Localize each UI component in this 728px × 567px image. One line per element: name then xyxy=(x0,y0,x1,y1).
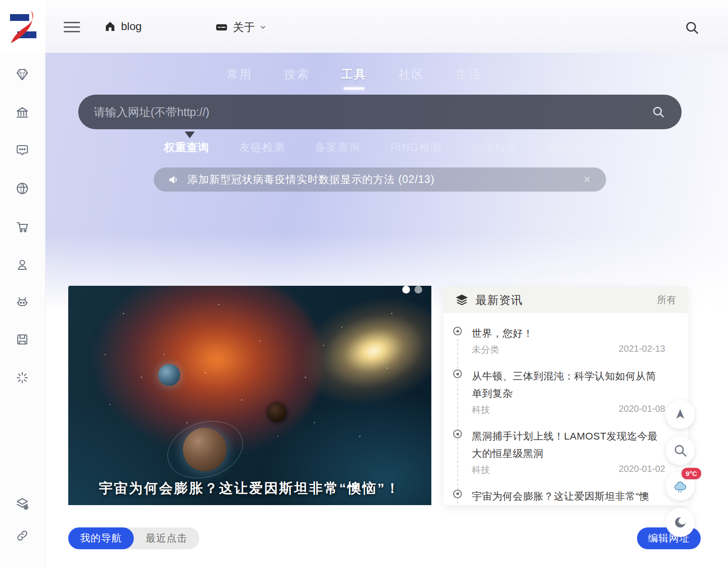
carousel-dot[interactable] xyxy=(415,286,422,294)
news-item-title[interactable]: 宇宙为何会膨胀？这让爱因斯坦非常“懊恼”！ xyxy=(472,488,665,505)
news-item[interactable]: 世界，您好！ 未分类 2021-02-13 xyxy=(452,325,665,356)
search-fab[interactable] xyxy=(666,436,695,465)
news-all-link[interactable]: 所有 xyxy=(657,294,676,306)
subtab-weight-query[interactable]: 权重查询 xyxy=(164,140,209,155)
news-item-title[interactable]: 黑洞捕手计划上线！LAMOST发现迄今最大的恒星级黑洞 xyxy=(472,428,665,462)
tab-changyong[interactable]: 常用 xyxy=(227,66,252,90)
news-item-date: 2021-02-13 xyxy=(619,344,665,356)
cart-icon[interactable] xyxy=(15,220,30,234)
site-logo[interactable] xyxy=(0,0,46,53)
home-icon xyxy=(104,20,116,33)
menu-toggle-icon[interactable] xyxy=(64,22,80,34)
news-item[interactable]: 从牛顿、三体到混沌：科学认知如何从简单到复杂 科技 2020-01-08 xyxy=(452,368,665,416)
header-search-icon[interactable] xyxy=(684,20,700,35)
news-list: 世界，您好！ 未分类 2021-02-13 从牛顿、三体到混沌：科学认知如何从简… xyxy=(444,313,688,505)
news-item-meta: 未分类 2021-02-13 xyxy=(472,344,665,356)
gem-icon[interactable] xyxy=(15,68,30,82)
message-icon xyxy=(215,20,228,34)
link-icon[interactable] xyxy=(15,529,30,543)
logo-z-icon xyxy=(6,9,39,44)
spinner-icon[interactable] xyxy=(15,371,30,385)
news-item-title[interactable]: 世界，您好！ xyxy=(472,325,665,342)
announcement-text[interactable]: 添加新型冠状病毒疫情实时数据显示的方法 (02/13) xyxy=(187,172,582,187)
carousel-dots xyxy=(402,286,422,294)
close-icon[interactable]: × xyxy=(582,172,592,187)
bottom-segment-control: 我的导航 最近点击 xyxy=(68,527,199,549)
recent-clicks-button[interactable]: 最近点击 xyxy=(134,532,199,545)
news-item-category[interactable]: 未分类 xyxy=(472,344,499,356)
nav-about-label: 关于 xyxy=(233,20,255,35)
navigation-arrow-icon xyxy=(673,407,688,422)
subtab-icp-query[interactable]: 备案查询 xyxy=(315,140,360,155)
subtab-speed-test[interactable]: 网站测速 xyxy=(547,140,593,155)
my-nav-button[interactable]: 我的导航 xyxy=(68,527,134,549)
subtab-ping-check[interactable]: PING检测 xyxy=(390,140,442,155)
weather-cloud-icon xyxy=(673,479,688,493)
tool-subtabs: 权重查询 友链检测 备案查询 PING检测 收录检测 网站测速 xyxy=(164,140,593,155)
layers-icon xyxy=(455,294,468,306)
news-item[interactable]: 黑洞捕手计划上线！LAMOST发现迄今最大的恒星级黑洞 科技 2020-01-0… xyxy=(452,428,665,476)
subtab-friendlink-check[interactable]: 友链检测 xyxy=(239,140,285,155)
chevron-down-icon xyxy=(259,24,267,31)
category-tabs: 常用 搜索 工具 社区 生活 xyxy=(227,66,481,90)
news-header: 最新资讯 所有 xyxy=(444,287,688,313)
news-item-title[interactable]: 从牛顿、三体到混沌：科学认知如何从简单到复杂 xyxy=(472,368,665,402)
top-header: blog 关于 xyxy=(46,0,728,53)
carousel-caption[interactable]: 宇宙为何会膨胀？这让爱因斯坦非常“懊恼”！ xyxy=(86,478,413,499)
comment-icon[interactable] xyxy=(15,143,30,158)
search-submit-icon[interactable] xyxy=(652,105,665,119)
stars-art xyxy=(68,286,69,287)
url-search-bar xyxy=(78,95,682,129)
user-icon[interactable] xyxy=(15,258,30,273)
layers-database-icon[interactable] xyxy=(15,497,30,511)
planet-art xyxy=(183,428,227,471)
nav-arrow-fab[interactable] xyxy=(666,400,695,429)
nav-home-label: blog xyxy=(121,20,142,33)
tab-shequ[interactable]: 社区 xyxy=(399,66,424,90)
speaker-icon xyxy=(167,174,179,186)
news-item-date: 2020-01-08 xyxy=(619,404,665,416)
tab-gongju[interactable]: 工具 xyxy=(341,66,367,90)
news-item-meta: 科技 2020-01-02 xyxy=(472,464,665,476)
weather-fab[interactable]: 9°C xyxy=(666,471,695,501)
planet-art xyxy=(268,403,287,422)
planet-art xyxy=(158,364,180,386)
news-item[interactable]: 宇宙为何会膨胀？这让爱因斯坦非常“懊恼”！ xyxy=(452,488,665,505)
nav-home[interactable]: blog xyxy=(104,20,142,33)
nav-about[interactable]: 关于 xyxy=(215,20,267,35)
announcement-bar[interactable]: 添加新型冠状病毒疫情实时数据显示的方法 (02/13) × xyxy=(154,167,606,192)
left-sidebar xyxy=(0,0,46,567)
search-icon xyxy=(673,443,688,458)
night-mode-fab[interactable] xyxy=(666,508,695,537)
latest-news-panel: 最新资讯 所有 世界，您好！ 未分类 2021-02-13 从牛顿、三体到混沌：… xyxy=(444,287,688,505)
featured-carousel[interactable]: 宇宙为何会膨胀？这让爱因斯坦非常“懊恼”！ xyxy=(68,286,431,505)
timeline-line xyxy=(457,339,458,505)
subtab-index-check[interactable]: 收录检测 xyxy=(472,140,517,155)
globe-icon[interactable] xyxy=(15,182,30,196)
bank-icon[interactable] xyxy=(15,106,30,121)
moon-icon xyxy=(673,515,688,530)
tab-shenghuo[interactable]: 生活 xyxy=(456,66,481,90)
news-item-date: 2020-01-02 xyxy=(619,464,665,476)
timeline-bullet-icon xyxy=(453,490,462,498)
robot-icon[interactable] xyxy=(15,295,30,310)
timeline-bullet-icon xyxy=(453,430,462,438)
save-icon[interactable] xyxy=(15,333,30,347)
carousel-dot-active[interactable] xyxy=(402,286,410,294)
news-item-category[interactable]: 科技 xyxy=(472,464,490,476)
active-subtab-pointer xyxy=(185,132,195,138)
timeline-bullet-icon xyxy=(453,370,462,378)
tab-sousuo[interactable]: 搜索 xyxy=(284,66,309,90)
url-search-input[interactable] xyxy=(78,106,652,119)
news-item-meta: 科技 2020-01-08 xyxy=(472,404,665,416)
page: blog 关于 常用 搜索 工具 社区 生活 权重查询 友链检测 备案查询 PI… xyxy=(0,0,728,567)
weather-temp-badge: 9°C xyxy=(682,468,701,479)
timeline-bullet-icon xyxy=(453,327,462,335)
news-title: 最新资讯 xyxy=(475,293,657,308)
news-item-category[interactable]: 科技 xyxy=(472,404,490,416)
